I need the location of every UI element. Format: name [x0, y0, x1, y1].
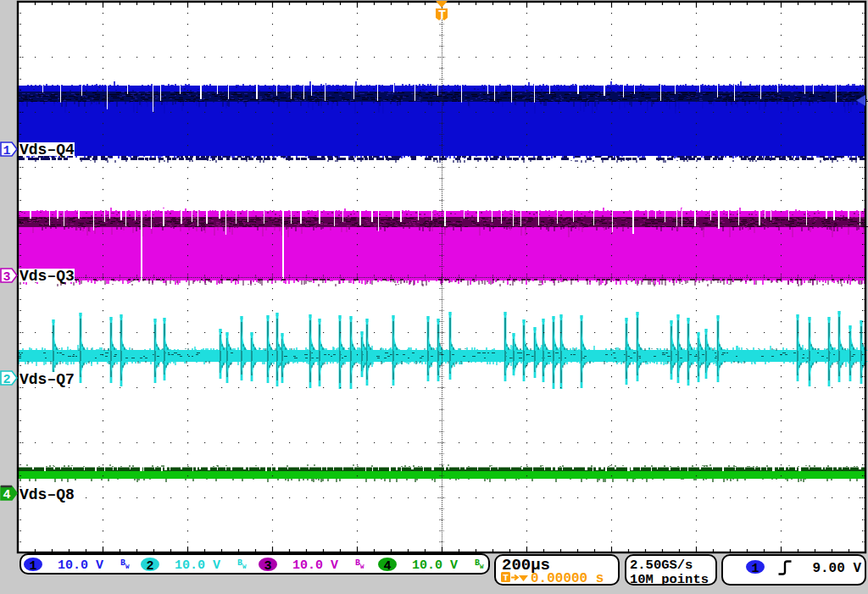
- svg-text:1: 1: [3, 144, 10, 158]
- svg-text:9.00 V: 9.00 V: [812, 561, 861, 576]
- svg-text:W: W: [242, 563, 247, 570]
- svg-text:Vds–Q4: Vds–Q4: [19, 142, 75, 158]
- svg-text:T: T: [503, 573, 509, 583]
- svg-text:4: 4: [383, 559, 391, 574]
- svg-text:3: 3: [264, 559, 271, 574]
- svg-text:2: 2: [3, 373, 10, 387]
- svg-text:10M points: 10M points: [630, 572, 709, 587]
- svg-text:10.0 V: 10.0 V: [175, 558, 220, 573]
- svg-text:2.50GS/s: 2.50GS/s: [630, 558, 693, 573]
- svg-text:2: 2: [146, 559, 153, 574]
- svg-text:3: 3: [3, 270, 10, 285]
- svg-text:1: 1: [29, 559, 36, 574]
- svg-text:0.00000 s: 0.00000 s: [531, 571, 604, 586]
- svg-text:10.0 V: 10.0 V: [412, 558, 458, 573]
- svg-text:W: W: [125, 563, 130, 570]
- svg-text:Vds–Q7: Vds–Q7: [19, 371, 75, 388]
- svg-text:W: W: [480, 563, 484, 570]
- svg-text:T: T: [438, 8, 446, 23]
- svg-text:Vds–Q8: Vds–Q8: [19, 486, 75, 503]
- svg-text:10.0 V: 10.0 V: [292, 558, 338, 573]
- svg-text:4: 4: [3, 488, 10, 502]
- svg-text:Vds–Q3: Vds–Q3: [19, 268, 75, 285]
- svg-text:W: W: [360, 563, 364, 570]
- svg-text:1: 1: [751, 562, 759, 576]
- svg-text:10.0 V: 10.0 V: [58, 558, 103, 573]
